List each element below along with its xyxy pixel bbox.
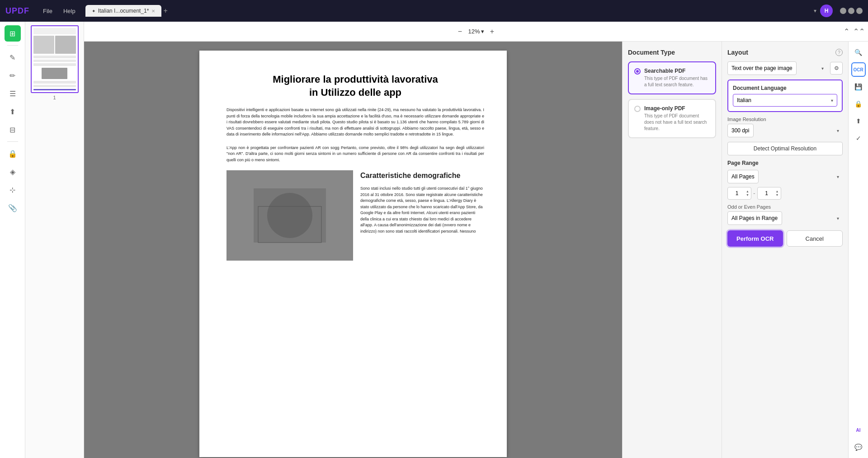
- tab-label: Italian I...ocument_1*: [98, 8, 149, 14]
- layout-gear-button[interactable]: ⚙: [830, 62, 843, 75]
- mini-text-1: [33, 56, 76, 58]
- page-to-spinners: ▲ ▼: [776, 190, 781, 197]
- searchable-pdf-radio[interactable]: [634, 68, 641, 75]
- page-to-down-icon[interactable]: ▼: [776, 193, 779, 197]
- zoom-value-display[interactable]: 12% ▾: [468, 28, 484, 35]
- edit-icon: ✎: [9, 53, 15, 62]
- pdf-image-svg: [245, 179, 335, 252]
- sidebar-item-edit[interactable]: ✎: [5, 49, 21, 65]
- page-range-inputs: ▲ ▼ - ▲ ▼: [727, 187, 843, 200]
- resolution-row: 300 dpi: [727, 124, 843, 137]
- pdf-body-2: L'App non è progettata per confrontare p…: [226, 145, 484, 164]
- mini-text-3: [33, 63, 76, 66]
- resolution-dropdown-wrapper: 300 dpi: [727, 124, 843, 137]
- svg-point-2: [267, 193, 312, 238]
- zoom-in-button[interactable]: +: [487, 26, 498, 37]
- toolbar-right: ⌃ ⌃⌃: [841, 26, 864, 37]
- sidebar-item-attach[interactable]: 📎: [5, 200, 21, 216]
- resolution-label: Image Resolution: [727, 117, 843, 122]
- layout-dropdown-row: Text over the page image ⚙: [727, 61, 843, 75]
- tab-dropdown-icon[interactable]: ▾: [814, 8, 816, 14]
- sidebar-item-bookmark[interactable]: ⊹: [5, 182, 21, 198]
- ocr-panel: Document Type Searchable PDF This type o…: [622, 42, 848, 458]
- zoom-dropdown-icon: ▾: [481, 28, 484, 35]
- forms-icon: ⊟: [9, 126, 15, 134]
- tab-document[interactable]: ✦ Italian I...ocument_1* ✕: [85, 5, 162, 17]
- tab-close-icon[interactable]: ✕: [151, 9, 155, 14]
- mini-title-bar: [33, 28, 76, 34]
- app-body: ⊞ ✎ ✏ ☰ ⬆ ⊟ 🔒 ◈ ⊹ 📎: [0, 22, 868, 458]
- layout-title: Layout: [727, 49, 748, 56]
- page-range-title: Page Range: [727, 160, 843, 166]
- grid-icon: ⊞: [9, 29, 15, 38]
- tab-bar: ✦ Italian I...ocument_1* ✕ +: [85, 5, 814, 17]
- page-from-box: ▲ ▼: [727, 187, 751, 200]
- page-from-down-icon[interactable]: ▼: [746, 193, 749, 197]
- save-right-icon[interactable]: 💾: [851, 79, 866, 94]
- sidebar-divider-1: [7, 45, 18, 46]
- searchable-pdf-option[interactable]: Searchable PDF This type of PDF document…: [628, 61, 716, 94]
- layout-section: Layout ? Text over the page image ⚙: [722, 42, 848, 458]
- sidebar-item-export[interactable]: ⬆: [5, 103, 21, 120]
- sidebar-item-forms[interactable]: ⊟: [5, 122, 21, 138]
- mini-text-4: [33, 81, 76, 84]
- page-range-dropdown[interactable]: All Pages: [727, 170, 759, 183]
- pdf-title: Migliorare la produttività lavorativa in…: [226, 73, 484, 99]
- cancel-button[interactable]: Cancel: [787, 230, 843, 247]
- titlebar-menu: File Help: [38, 6, 80, 16]
- image-only-pdf-radio[interactable]: [634, 106, 641, 112]
- search-right-icon[interactable]: 🔍: [851, 45, 866, 60]
- image-only-pdf-label-row: Image-only PDF This type of PDF document…: [634, 105, 710, 132]
- page-from-input[interactable]: [728, 190, 746, 196]
- pdf-viewer[interactable]: Migliorare la produttività lavorativa in…: [84, 42, 622, 458]
- resolution-dropdown[interactable]: 300 dpi: [727, 124, 754, 137]
- searchable-pdf-label-row: Searchable PDF This type of PDF document…: [634, 68, 710, 88]
- thumbnail-image: [31, 25, 79, 93]
- page-to-up-icon[interactable]: ▲: [776, 190, 779, 193]
- toolbar-area: − 12% ▾ + ⌃ ⌃⌃ Migliorare la produttivit…: [84, 22, 868, 458]
- sidebar-item-protect[interactable]: 🔒: [5, 145, 21, 162]
- maximize-button[interactable]: [848, 8, 854, 14]
- content-area: Migliorare la produttività lavorativa in…: [84, 42, 868, 458]
- minimize-button[interactable]: [840, 8, 846, 14]
- titlebar: UPDF File Help ✦ Italian I...ocument_1* …: [0, 0, 868, 22]
- tab-add-button[interactable]: +: [163, 7, 167, 15]
- bookmark-icon: ⊹: [9, 186, 15, 194]
- detect-resolution-button[interactable]: Detect Optimal Resolution: [727, 142, 843, 155]
- sidebar-item-layers[interactable]: ◈: [5, 164, 21, 180]
- odd-even-dropdown[interactable]: All Pages in Range: [727, 211, 782, 225]
- sidebar-item-view[interactable]: ⊞: [5, 25, 21, 42]
- image-only-pdf-option[interactable]: Image-only PDF This type of PDF document…: [628, 99, 716, 138]
- upload-right-icon[interactable]: ⬆: [851, 114, 866, 128]
- perform-ocr-button[interactable]: Perform OCR: [727, 230, 783, 247]
- pdf-image-block: [226, 170, 353, 261]
- file-menu[interactable]: File: [38, 6, 57, 16]
- layout-dropdown[interactable]: Text over the page image: [727, 61, 797, 75]
- page-range-dash: -: [753, 190, 755, 197]
- pdf-page: Migliorare la produttività lavorativa in…: [199, 51, 507, 457]
- sidebar-item-annotate[interactable]: ✏: [5, 67, 21, 84]
- scroll-to-top-button[interactable]: ⌃: [841, 26, 852, 37]
- page-from-up-icon[interactable]: ▲: [746, 190, 749, 193]
- scroll-all-button[interactable]: ⌃⌃: [854, 26, 864, 37]
- ai-right-icon[interactable]: AI: [851, 423, 866, 437]
- page-range-dropdown-wrapper: All Pages: [727, 170, 843, 183]
- page-to-box: ▲ ▼: [757, 187, 781, 200]
- pdf-body-1: Dispositivi intelligenti e applicazioni …: [226, 107, 484, 138]
- close-button[interactable]: [856, 8, 863, 14]
- doc-lang-title: Document Language: [733, 85, 837, 91]
- lock-right-icon[interactable]: 🔒: [851, 97, 866, 111]
- help-icon[interactable]: ?: [835, 49, 843, 56]
- help-menu[interactable]: Help: [59, 6, 80, 16]
- language-dropdown[interactable]: Italian: [733, 97, 837, 103]
- annotate-icon: ✏: [9, 71, 15, 80]
- zoom-out-button[interactable]: −: [454, 26, 465, 37]
- check-right-icon[interactable]: ✓: [851, 131, 866, 145]
- ocr-right-icon[interactable]: OCR: [851, 62, 866, 77]
- chat-right-icon[interactable]: 💬: [851, 440, 866, 454]
- window-buttons: [840, 8, 863, 14]
- page-to-input[interactable]: [758, 190, 776, 196]
- mini-image-block: [42, 68, 67, 79]
- sidebar-item-pages[interactable]: ☰: [5, 85, 21, 102]
- thumbnail-page-1[interactable]: 1: [29, 25, 80, 100]
